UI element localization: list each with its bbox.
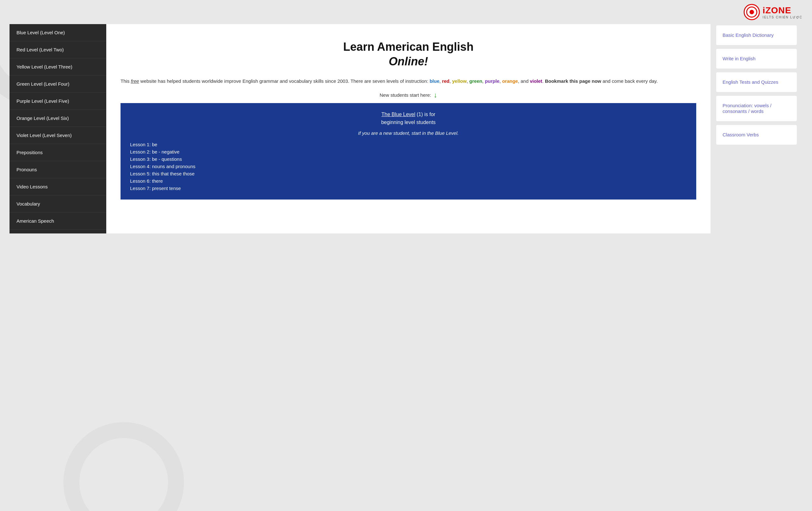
sidebar-item-vocabulary-label: Vocabulary [17,201,40,206]
list-item: Lesson 1: be [130,141,687,148]
sidebar-item-red[interactable]: Red Level (Level Two) [9,41,106,58]
sidebar-item-green[interactable]: Green Level (Level Four) [9,76,106,93]
sidebar-item-american-speech-label: American Speech [17,218,54,224]
sidebar-item-yellow[interactable]: Yellow Level (Level Three) [9,58,106,76]
intro-text-part1: This [120,78,131,84]
and-text: , and [518,78,530,84]
sidebar-item-american-speech[interactable]: American Speech [9,212,106,230]
blue-box-title-rest: (1) is for [417,112,435,117]
sidebar-item-video[interactable]: Video Lessons [9,178,106,195]
sidebar-item-violet-label: Violet Level (Level Seven) [17,133,72,138]
new-students-text: New students start here: [380,92,431,98]
right-card-tests[interactable]: English Tests and Quizzes [716,72,797,92]
izone-logo-icon [744,4,760,20]
sidebar-item-blue-label: Blue Level (Level One) [17,30,65,35]
sidebar-item-pronouns[interactable]: Pronouns [9,161,106,178]
sidebar-item-pronouns-label: Pronouns [17,167,37,172]
header: iZONE IELTS CHIẾN LƯỢC [0,0,812,24]
right-card-write-link[interactable]: Write in English [723,56,756,61]
main-content: Learn American English Online! This free… [106,24,710,233]
sidebar-item-purple-label: Purple Level (Level Five) [17,98,69,104]
right-card-dictionary-link[interactable]: Basic English Dictionary [723,32,774,38]
color-blue-text: blue [430,78,439,84]
sidebar-item-orange-label: Orange Level (Level Six) [17,115,69,121]
page-title-line1: Learn American English [120,40,696,54]
right-card-classroom[interactable]: Classroom Verbs [716,125,797,145]
sidebar-item-vocabulary[interactable]: Vocabulary [9,195,106,212]
logo-area: iZONE IELTS CHIẾN LƯỢC [744,4,803,20]
color-red-text: red [442,78,450,84]
sidebar: Blue Level (Level One) Red Level (Level … [9,24,106,233]
list-item: Lesson 6: there [130,177,687,184]
right-card-tests-link[interactable]: English Tests and Quizzes [723,79,778,85]
blue-level-box: The Blue Level (1) is for beginning leve… [120,103,696,200]
sidebar-item-yellow-label: Yellow Level (Level Three) [17,64,72,69]
sidebar-item-red-label: Red Level (Level Two) [17,47,64,52]
sidebar-item-blue[interactable]: Blue Level (Level One) [9,24,106,41]
sidebar-item-prepositions[interactable]: Prepositions [9,144,106,161]
blue-box-subtitle: beginning level students [130,120,687,125]
right-sidebar: Basic English Dictionary Write in Englis… [710,24,803,233]
blue-level-link[interactable]: The Blue Level [382,112,415,117]
blue-box-title: The Blue Level (1) is for [130,111,687,118]
logo-izone-label: iZONE [762,5,803,16]
color-yellow-text: yellow [452,78,467,84]
main-layout: Blue Level (Level One) Red Level (Level … [9,24,803,233]
logo-text: iZONE IELTS CHIẾN LƯỢC [762,5,803,19]
list-item: Lesson 2: be - negative [130,148,687,155]
color-purple-text: purple [485,78,499,84]
list-item: Lesson 3: be - questions [130,155,687,163]
comma4: , [482,78,485,84]
logo-subtitle-label: IELTS CHIẾN LƯỢC [762,16,803,19]
blue-box-intro: If you are a new student, start in the B… [130,131,687,136]
color-orange-text: orange [502,78,518,84]
bookmark-bold-text: Bookmark this page now [545,78,601,84]
sidebar-item-purple[interactable]: Purple Level (Level Five) [9,93,106,110]
list-item: Lesson 5: this that these those [130,170,687,177]
comma1: , [439,78,442,84]
new-students-row: New students start here: ↓ [120,91,696,99]
color-violet-text: violet [530,78,542,84]
right-card-dictionary[interactable]: Basic English Dictionary [716,25,797,45]
arrow-down-icon: ↓ [434,91,437,99]
comma5: , [499,78,502,84]
list-item: Lesson 7: present tense [130,184,687,192]
right-card-pronunciation[interactable]: Pronunciation: vowels / consonants / wor… [716,96,797,121]
sidebar-item-prepositions-label: Prepositions [17,150,43,155]
sidebar-item-violet[interactable]: Violet Level (Level Seven) [9,127,106,144]
intro-free-link[interactable]: free [131,78,139,84]
intro-paragraph: This free website has helped students wo… [120,77,696,85]
svg-point-2 [750,10,754,14]
lesson-list: Lesson 1: be Lesson 2: be - negative Les… [130,141,687,192]
page-title-line2: Online! [120,55,696,68]
sidebar-item-video-label: Video Lessons [17,184,48,189]
right-card-pronunciation-link[interactable]: Pronunciation: vowels / consonants / wor… [723,103,772,114]
right-card-classroom-link[interactable]: Classroom Verbs [723,132,759,137]
list-item: Lesson 4: nouns and pronouns [130,163,687,170]
sidebar-item-orange[interactable]: Orange Level (Level Six) [9,110,106,127]
color-green-text: green [469,78,482,84]
intro-text-part2: website has helped students worldwide im… [139,78,430,84]
right-card-write[interactable]: Write in English [716,49,797,68]
sidebar-item-green-label: Green Level (Level Four) [17,81,69,87]
dot-text: . [542,78,545,84]
bookmark-rest: and come back every day. [601,78,658,84]
